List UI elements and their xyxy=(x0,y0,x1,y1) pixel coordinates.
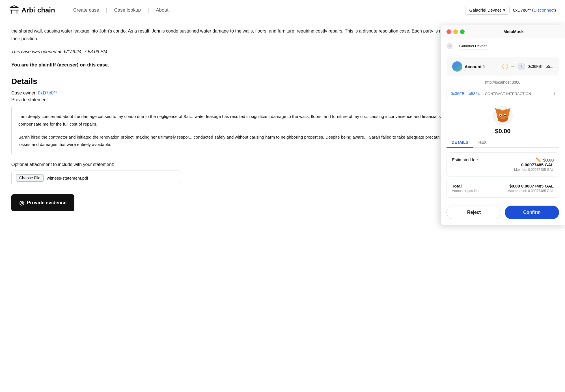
mm-fee-row: Estimated fee ✏️ $0.00 0.00077485 GAL Ma… xyxy=(452,157,554,172)
mm-account1-name: Account 1 xyxy=(465,64,500,69)
nav-create[interactable]: Create case xyxy=(66,7,106,13)
wallet-selector[interactable]: Galadriel Devnet ▾ xyxy=(465,6,510,15)
mm-account1-avatar xyxy=(452,61,462,72)
logo[interactable]: Arbichain xyxy=(9,5,55,15)
mm-maximize-dot[interactable] xyxy=(460,29,465,34)
mm-account2-help-icon[interactable]: ? xyxy=(517,63,525,70)
mm-actions: Reject Confirm xyxy=(441,202,565,225)
mm-total-amount: $0.00 0.00077485 GAL xyxy=(508,184,554,188)
mm-window-controls xyxy=(447,29,465,34)
mm-fee-values: ✏️ $0.00 0.00077485 GAL Max fee: 0.00077… xyxy=(514,157,554,172)
wallet-address: 0xD7e0** (Disconnect) xyxy=(513,8,556,12)
mm-tab-details[interactable]: DETAILS xyxy=(447,137,473,148)
logo-chain: chain xyxy=(37,6,55,14)
mm-fee-usd: ✏️ $0.00 xyxy=(514,157,554,162)
mm-max-amount: Max amount: 0.00077485 GAL xyxy=(508,189,554,193)
file-name: witness-statement.pdf xyxy=(47,176,88,180)
metamask-popup: MetaMask ? Galadriel Devnet Account 1 i … xyxy=(441,25,565,225)
mm-total-sublabel: Amount + gas fee xyxy=(452,189,478,193)
mm-help-icon[interactable]: ? xyxy=(447,43,453,49)
svg-point-6 xyxy=(500,115,501,116)
mm-header: ? Galadriel Devnet xyxy=(441,38,565,54)
mm-account2-addr: 0x36FBf...b5... xyxy=(528,64,553,69)
mm-logo-area: $0.00 xyxy=(441,103,565,137)
mm-contract-row: 0x36FBf...b5854 : CONTRACT INTERACTION ℹ xyxy=(447,88,559,99)
mm-contract-address: 0x36FBf...b5854 xyxy=(451,91,480,96)
metamask-fox-logo xyxy=(493,105,513,126)
provide-evidence-button[interactable]: ◎ Provide evidence xyxy=(11,194,74,211)
mm-title: MetaMask xyxy=(468,29,559,34)
mm-max-fee: Max fee: 0.00077485 GAL xyxy=(514,168,554,172)
navbar: Arbichain Create case | Case lookup | Ab… xyxy=(0,0,565,20)
mm-total-row: Total Amount + gas fee $0.00 0.00077485 … xyxy=(452,184,554,193)
case-owner-label: Case owner: xyxy=(11,91,37,95)
mm-origin-url: http://localhost:3000 xyxy=(441,78,565,86)
mm-network-selector[interactable]: Galadriel Devnet xyxy=(456,42,490,50)
chevron-down-icon: ▾ xyxy=(503,8,505,13)
choose-file-button[interactable]: Choose File xyxy=(16,174,44,182)
mm-contract-label: : CONTRACT INTERACTION xyxy=(483,92,531,96)
evidence-icon: ◎ xyxy=(19,199,24,206)
nav-links: Create case | Case lookup | About xyxy=(66,7,175,13)
mm-titlebar: MetaMask xyxy=(441,25,565,38)
provide-evidence-label: Provide evidence xyxy=(27,200,66,206)
mm-amount: $0.00 xyxy=(495,128,510,135)
mm-minimize-dot[interactable] xyxy=(453,29,458,34)
mm-accounts-row: Account 1 i → ? 0x36FBf...b5... xyxy=(447,57,559,76)
file-input-row: Choose File witness-statement.pdf xyxy=(11,171,181,185)
svg-rect-1 xyxy=(10,10,19,10)
mm-fee-gal: 0.00077485 GAL xyxy=(514,162,554,167)
nav-right: Galadriel Devnet ▾ 0xD7e0** (Disconnect) xyxy=(465,6,556,15)
mm-edit-icon[interactable]: ✏️ xyxy=(536,157,541,162)
mm-confirm-button[interactable]: Confirm xyxy=(505,206,559,219)
disconnect-link[interactable]: Disconnect xyxy=(534,8,555,12)
mm-contract-info-icon[interactable]: ℹ xyxy=(553,91,555,96)
mm-reject-button[interactable]: Reject xyxy=(447,206,501,219)
mm-tabs: DETAILS HEX xyxy=(447,137,559,148)
mm-close-dot[interactable] xyxy=(447,29,451,34)
mm-tab-hex[interactable]: HEX xyxy=(473,137,492,148)
mm-arrow-icon: → xyxy=(510,64,515,70)
mm-total-box: Total Amount + gas fee $0.00 0.00077485 … xyxy=(447,179,559,198)
mm-total-label: Total xyxy=(452,184,478,188)
mm-account1-info-icon[interactable]: i xyxy=(502,64,508,69)
logo-arbi: Arbi xyxy=(21,6,35,14)
nav-about[interactable]: About xyxy=(149,7,175,13)
wallet-name: Galadriel Devnet xyxy=(469,8,501,12)
mm-estimated-fee-label: Estimated fee xyxy=(452,157,478,162)
nav-lookup[interactable]: Case lookup xyxy=(107,7,148,13)
svg-point-7 xyxy=(504,115,506,116)
case-owner-address[interactable]: 0xD7e0** xyxy=(38,91,57,95)
svg-rect-0 xyxy=(10,7,19,8)
mm-account2: ? 0x36FBf...b5... xyxy=(517,63,553,70)
mm-fee-box: Estimated fee ✏️ $0.00 0.00077485 GAL Ma… xyxy=(447,152,559,176)
